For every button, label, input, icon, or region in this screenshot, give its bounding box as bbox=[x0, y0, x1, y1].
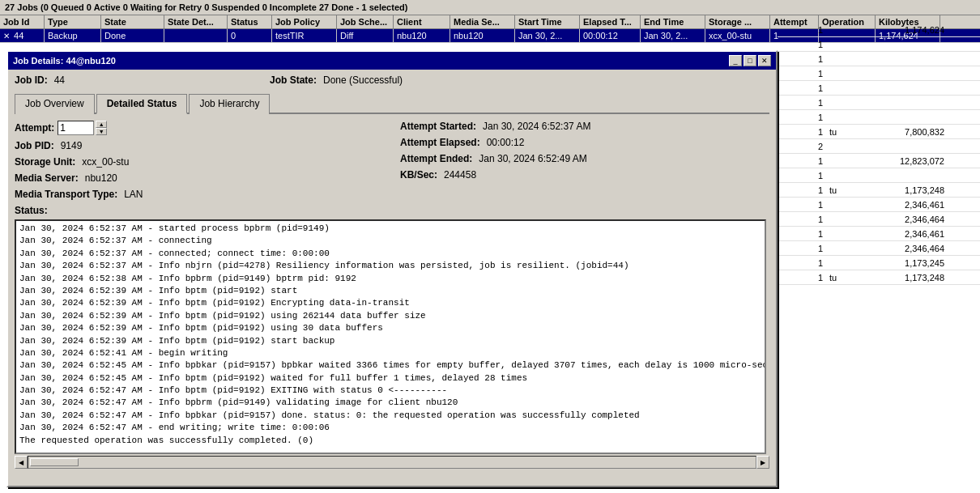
tab-job-hierarchy[interactable]: Job Hierarchy bbox=[189, 94, 270, 114]
log-line: Jan 30, 2024 6:52:39 AM - Info bptm (pid… bbox=[19, 310, 761, 322]
bg-cell-kilobytes: 1,174,624 bbox=[883, 25, 948, 35]
cell-starttime: Jan 30, 2... bbox=[515, 29, 580, 42]
tab-job-overview[interactable]: Job Overview bbox=[15, 94, 95, 114]
status-label: Status: bbox=[15, 205, 769, 216]
col-header-mediase[interactable]: Media Se... bbox=[450, 15, 515, 28]
table-row[interactable]: 1 bbox=[778, 96, 980, 110]
table-row[interactable]: 1 12,823,072 bbox=[778, 154, 980, 168]
left-fields: Attempt: ▲ ▼ Job PID: 9149 bbox=[15, 121, 384, 200]
media-server-value: nbu120 bbox=[85, 172, 117, 184]
scroll-left-button[interactable]: ◀ bbox=[15, 456, 28, 469]
col-header-starttime[interactable]: Start Time bbox=[515, 15, 580, 28]
media-transport-row: Media Transport Type: LAN bbox=[15, 189, 384, 200]
job-pid-value: 9149 bbox=[61, 140, 83, 151]
col-header-type[interactable]: Type bbox=[45, 15, 101, 28]
col-header-state[interactable]: State bbox=[101, 15, 164, 28]
maximize-button[interactable]: □ bbox=[744, 55, 756, 66]
bg-cell-attempt: 1 bbox=[778, 273, 826, 283]
col-header-endtime[interactable]: End Time bbox=[641, 15, 705, 28]
bg-cell-attempt: 1 bbox=[778, 185, 826, 195]
col-header-statedet[interactable]: State Det... bbox=[164, 15, 228, 28]
log-line: Jan 30, 2024 6:52:47 AM - Info bpbrm (pi… bbox=[19, 397, 761, 409]
log-line: Jan 30, 2024 6:52:39 AM - Info bptm (pid… bbox=[19, 322, 761, 334]
job-pid-label: Job PID: bbox=[15, 140, 54, 151]
bg-cell-attempt: 1 bbox=[778, 244, 826, 253]
scroll-right-button[interactable]: ▶ bbox=[756, 456, 769, 469]
table-row[interactable]: 1 1,173,245 bbox=[778, 256, 980, 270]
close-button[interactable]: ✕ bbox=[758, 55, 771, 66]
horizontal-scrollbar-track[interactable] bbox=[28, 456, 756, 469]
attempt-elapsed-label: Attempt Elapsed: bbox=[400, 137, 480, 148]
attempt-spinner: ▲ ▼ bbox=[96, 121, 107, 135]
bg-cell-kilobytes: 1,173,248 bbox=[883, 273, 948, 283]
bg-cell-attempt: 1 bbox=[778, 83, 826, 93]
log-line: The requested operation was successfully… bbox=[19, 435, 761, 447]
media-transport-value: LAN bbox=[124, 189, 143, 200]
table-row[interactable]: 1 tu 7,800,832 bbox=[778, 125, 980, 139]
bg-cell-operation: tu bbox=[826, 127, 883, 137]
tab-detailed-status[interactable]: Detailed Status bbox=[96, 94, 188, 114]
storage-unit-label: Storage Unit: bbox=[15, 156, 75, 168]
table-row[interactable]: 1 2,346,461 bbox=[778, 227, 980, 241]
col-header-client[interactable]: Client bbox=[394, 15, 450, 28]
dialog-title-text: Job Details: 44@nbu120 bbox=[13, 56, 116, 66]
cell-elapsed: 00:00:12 bbox=[580, 29, 641, 42]
table-row[interactable]: 1 1,174,624 bbox=[778, 23, 980, 37]
bg-cell-kilobytes: 1,173,245 bbox=[883, 258, 948, 268]
spinner-down-button[interactable]: ▼ bbox=[96, 128, 107, 135]
dialog-title-bar: Job Details: 44@nbu120 _ □ ✕ bbox=[8, 52, 776, 70]
job-state-section: Job State: Done (Successful) bbox=[270, 74, 403, 86]
media-transport-label: Media Transport Type: bbox=[15, 189, 117, 200]
table-row[interactable]: 1 2,346,461 bbox=[778, 198, 980, 212]
kbsec-label: KB/Sec: bbox=[400, 169, 437, 181]
attempt-label: Attempt: bbox=[15, 122, 54, 134]
bg-cell-attempt: 1 bbox=[778, 200, 826, 210]
horizontal-scrollbar-area: ◀ ▶ bbox=[15, 456, 769, 469]
attempt-ended-label: Attempt Ended: bbox=[400, 153, 472, 164]
bg-cell-attempt: 1 bbox=[778, 54, 826, 64]
table-row[interactable]: 2 bbox=[778, 139, 980, 154]
kbsec-row: KB/Sec: 244458 bbox=[400, 169, 769, 181]
bg-cell-attempt: 1 bbox=[778, 98, 826, 108]
table-row[interactable]: 1 tu 1,173,248 bbox=[778, 270, 980, 285]
table-row[interactable]: 1 bbox=[778, 66, 980, 81]
spinner-up-button[interactable]: ▲ bbox=[96, 121, 107, 128]
minimize-button[interactable]: _ bbox=[729, 55, 742, 66]
job-id-label: Job ID: bbox=[15, 74, 48, 86]
bg-cell-attempt: 1 bbox=[778, 69, 826, 79]
job-info-row: Job ID: 44 Job State: Done (Successful) bbox=[15, 74, 769, 86]
table-row[interactable]: 1 bbox=[778, 81, 980, 96]
bg-cell-attempt: 1 bbox=[778, 229, 826, 239]
table-row[interactable]: 1 tu 1,173,248 bbox=[778, 183, 980, 198]
col-header-jobpolicy[interactable]: Job Policy bbox=[272, 15, 337, 28]
table-row[interactable]: 1 bbox=[778, 110, 980, 125]
col-header-status[interactable]: Status bbox=[228, 15, 272, 28]
bg-cell-kilobytes: 2,346,461 bbox=[883, 200, 948, 210]
col-header-elapsed[interactable]: Elapsed T... bbox=[580, 15, 641, 28]
col-header-jobid[interactable]: Job Id bbox=[0, 15, 45, 28]
attempt-input[interactable] bbox=[58, 121, 94, 135]
col-header-storage[interactable]: Storage ... bbox=[705, 15, 770, 28]
table-row[interactable]: 1 bbox=[778, 52, 980, 66]
storage-unit-value: xcx_00-stu bbox=[82, 156, 129, 168]
col-header-jobsche[interactable]: Job Sche... bbox=[337, 15, 394, 28]
job-state-label: Job State: bbox=[270, 74, 317, 86]
media-server-row: Media Server: nbu120 bbox=[15, 172, 384, 184]
horizontal-scrollbar-thumb[interactable] bbox=[30, 458, 79, 466]
log-line: Jan 30, 2024 6:52:37 AM - started proces… bbox=[19, 223, 761, 235]
log-line: Jan 30, 2024 6:52:39 AM - Info bptm (pid… bbox=[19, 297, 761, 309]
bg-cell-kilobytes: 2,346,464 bbox=[883, 215, 948, 224]
table-row[interactable]: 1 bbox=[778, 168, 980, 183]
table-row[interactable]: 1 2,346,464 bbox=[778, 241, 980, 256]
dialog-title-buttons: _ □ ✕ bbox=[729, 55, 771, 66]
kbsec-value: 244458 bbox=[444, 169, 476, 181]
table-row[interactable]: 1 bbox=[778, 37, 980, 52]
log-line: Jan 30, 2024 6:52:38 AM - Info bpbrm (pi… bbox=[19, 273, 761, 285]
storage-unit-row: Storage Unit: xcx_00-stu bbox=[15, 156, 384, 168]
table-row[interactable]: 1 2,346,464 bbox=[778, 212, 980, 227]
log-area[interactable]: Jan 30, 2024 6:52:37 AM - started proces… bbox=[15, 219, 766, 454]
dialog-body: Job ID: 44 Job State: Done (Successful) … bbox=[8, 70, 776, 474]
bg-cell-attempt: 1 bbox=[778, 40, 826, 49]
attempt-row: Attempt: ▲ ▼ bbox=[15, 121, 384, 135]
attempt-elapsed-row: Attempt Elapsed: 00:00:12 bbox=[400, 137, 769, 148]
